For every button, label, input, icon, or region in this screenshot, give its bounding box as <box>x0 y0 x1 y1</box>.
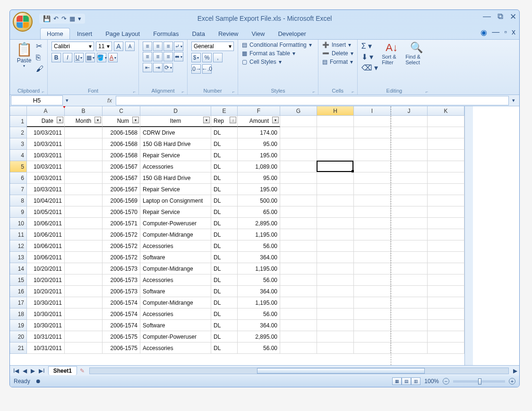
wrap-text-button[interactable]: ⤶ <box>174 42 183 51</box>
sheet-nav-next-icon[interactable]: ▶ <box>29 368 36 374</box>
cell-B5[interactable] <box>65 161 103 172</box>
cell-H15[interactable] <box>317 274 354 286</box>
cell-B19[interactable] <box>65 320 103 331</box>
row-header-9[interactable]: 9 <box>10 206 27 218</box>
cell-E8[interactable]: DL <box>211 195 238 206</box>
row-header-2[interactable]: 2 <box>10 127 27 138</box>
currency-button[interactable]: $ <box>191 53 201 62</box>
cell-B12[interactable] <box>65 240 103 252</box>
row-header-5[interactable]: 5 <box>10 161 27 172</box>
row-header-15[interactable]: 15 <box>10 274 27 286</box>
cell-I18[interactable] <box>354 308 391 320</box>
clear-button[interactable]: ⌫ ▾ <box>361 63 378 72</box>
cell-H3[interactable] <box>317 138 354 150</box>
cell-J2[interactable] <box>391 127 428 138</box>
cell-A10[interactable]: 10/06/2011 <box>27 218 65 229</box>
cell-E9[interactable]: DL <box>211 206 238 218</box>
align-middle-button[interactable]: ≡ <box>153 42 163 51</box>
table-header-rep[interactable]: Rep↓ <box>211 116 238 127</box>
dec-indent-button[interactable]: ⇤ <box>143 63 152 72</box>
cell-E2[interactable]: DL <box>211 127 238 138</box>
cell-J1[interactable] <box>391 116 428 127</box>
cell-A21[interactable]: 10/31/2011 <box>27 342 65 354</box>
cell-I10[interactable] <box>354 218 391 229</box>
cell-E6[interactable]: DL <box>211 172 238 184</box>
cell-K18[interactable] <box>428 308 464 320</box>
insert-cells-button[interactable]: ➕Insert ▾ <box>322 42 353 48</box>
cell-H10[interactable] <box>317 218 354 229</box>
macro-record-icon[interactable]: ⏺ <box>35 378 41 385</box>
row-header-13[interactable]: 13 <box>10 252 27 263</box>
cell-G4[interactable] <box>280 150 317 161</box>
cell-B18[interactable] <box>65 308 103 320</box>
cell-K11[interactable] <box>428 229 464 240</box>
row-header-12[interactable]: 12 <box>10 240 27 252</box>
cell-C6[interactable]: 2006-1567 <box>103 172 140 184</box>
cell-E5[interactable]: DL <box>211 161 238 172</box>
cell-F7[interactable]: 195.00 <box>238 184 280 195</box>
row-header-8[interactable]: 8 <box>10 195 27 206</box>
column-header-I[interactable]: I <box>354 106 391 116</box>
cell-A12[interactable]: 10/06/2011 <box>27 240 65 252</box>
cell-G11[interactable] <box>280 229 317 240</box>
help-icon[interactable]: ◉ <box>481 28 487 37</box>
cell-K14[interactable] <box>428 263 464 274</box>
cell-C21[interactable]: 2006-1575 <box>103 342 140 354</box>
filter-num-icon[interactable]: ▾ <box>132 117 139 123</box>
cell-J11[interactable] <box>391 229 428 240</box>
column-header-B[interactable]: B <box>65 106 103 116</box>
cell-F19[interactable]: 364.00 <box>238 320 280 331</box>
shrink-font-button[interactable]: A <box>125 42 135 51</box>
cell-D3[interactable]: 150 GB Hard Drive <box>140 138 211 150</box>
cell-B13[interactable] <box>65 252 103 263</box>
name-box[interactable]: H5 <box>11 95 63 105</box>
cell-J3[interactable] <box>391 138 428 150</box>
cell-D18[interactable]: Accessories <box>140 308 211 320</box>
cell-B3[interactable] <box>65 138 103 150</box>
align-left-button[interactable]: ≡ <box>143 52 152 61</box>
cell-I7[interactable] <box>354 184 391 195</box>
cell-K2[interactable] <box>428 127 464 138</box>
cell-F5[interactable]: 1,089.00 <box>238 161 280 172</box>
column-header-H[interactable]: H <box>317 106 354 116</box>
cell-C17[interactable]: 2006-1574 <box>103 297 140 308</box>
cell-K13[interactable] <box>428 252 464 263</box>
table-header-item[interactable]: Item▾ <box>140 116 211 127</box>
undo-icon[interactable]: ↶ <box>53 15 59 22</box>
cell-I3[interactable] <box>354 138 391 150</box>
inc-decimal-button[interactable]: .0→ <box>191 64 201 74</box>
cell-C14[interactable]: 2006-1573 <box>103 263 140 274</box>
format-cells-button[interactable]: ▤Format ▾ <box>322 59 353 65</box>
cell-K16[interactable] <box>428 286 464 297</box>
align-center-button[interactable]: ≡ <box>153 52 163 61</box>
cell-B10[interactable] <box>65 218 103 229</box>
row-header-21[interactable]: 21 <box>10 342 27 354</box>
cell-E12[interactable]: DL <box>211 240 238 252</box>
align-right-button[interactable]: ≡ <box>163 52 173 61</box>
autosum-button[interactable]: Σ ▾ <box>361 42 378 51</box>
insert-sheet-icon[interactable]: ✎ <box>77 367 87 375</box>
cell-K20[interactable] <box>428 331 464 342</box>
cell-D16[interactable]: Software <box>140 286 211 297</box>
cell-D21[interactable]: Accessories <box>140 342 211 354</box>
cell-D9[interactable]: Repair Service <box>140 206 211 218</box>
restore-ribbon-icon[interactable]: ▫ <box>504 28 507 37</box>
cell-A5[interactable]: 10/03/2011 <box>27 161 65 172</box>
cell-B14[interactable] <box>65 263 103 274</box>
cell-C13[interactable]: 2006-1572 <box>103 252 140 263</box>
column-header-J[interactable]: J <box>391 106 428 116</box>
tab-formulas[interactable]: Formulas <box>147 28 185 39</box>
filter-item-icon[interactable]: ▾ <box>203 117 210 123</box>
cell-J12[interactable] <box>391 240 428 252</box>
cell-A19[interactable]: 10/30/2011 <box>27 320 65 331</box>
bold-button[interactable]: B <box>51 53 61 62</box>
qat-extra-icon[interactable]: ▦ <box>69 15 75 22</box>
sheet-nav-prev-icon[interactable]: ◀ <box>21 368 28 374</box>
cell-C16[interactable]: 2006-1573 <box>103 286 140 297</box>
cell-F10[interactable]: 2,895.00 <box>238 218 280 229</box>
cell-G9[interactable] <box>280 206 317 218</box>
cell-I11[interactable] <box>354 229 391 240</box>
comma-button[interactable]: , <box>213 53 223 62</box>
cell-D2[interactable]: CDRW Drive <box>140 127 211 138</box>
worksheet-grid[interactable]: ABCDEFGHIJK1Date▾Month▾Num▾Item▾Rep↓Amou… <box>10 106 464 365</box>
